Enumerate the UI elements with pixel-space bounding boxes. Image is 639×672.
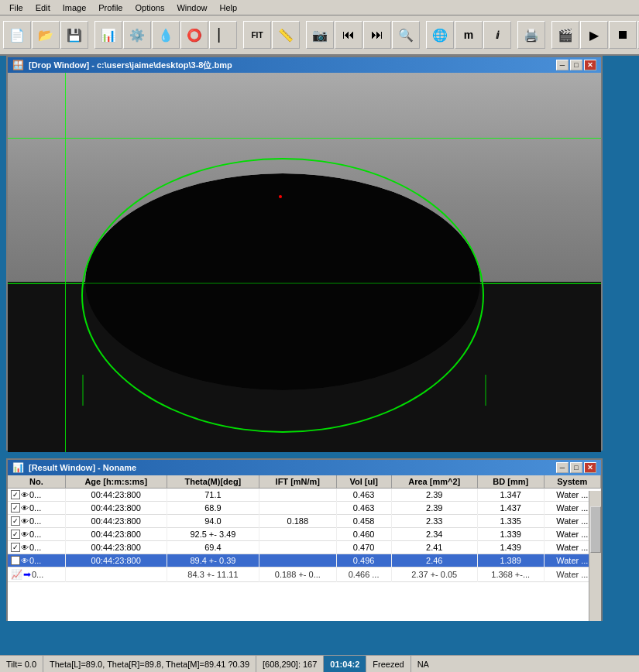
toolbar-open-btn[interactable]: 📂 bbox=[32, 21, 60, 49]
row-checkbox[interactable]: ✓ bbox=[11, 556, 20, 565]
row-eye-icon[interactable]: 👁 bbox=[21, 491, 29, 499]
result-window-title: [Result Window] - Noname bbox=[29, 463, 136, 472]
toolbar-bar-chart-btn[interactable]: 📊 bbox=[94, 21, 122, 49]
status-time: 01:04:2 bbox=[324, 656, 366, 672]
table-row[interactable]: ✓ 👁 0... 00:44:23:80071.10.4632.391.347W… bbox=[8, 489, 601, 502]
row-theta: 68.9 bbox=[167, 502, 259, 515]
drop-window-maximize-btn[interactable]: □ bbox=[570, 60, 582, 70]
row-area: 2.39 bbox=[391, 489, 477, 502]
row-no: 0... bbox=[29, 543, 41, 552]
table-row[interactable]: ✓ 👁 0... 00:44:23:80069.40.4702.411.439W… bbox=[8, 541, 601, 554]
row-ift bbox=[259, 502, 336, 515]
menu-file[interactable]: File bbox=[3, 2, 29, 14]
row-no: 0... bbox=[29, 530, 41, 539]
status-state: Freezed bbox=[366, 656, 411, 672]
row-theta: 71.1 bbox=[167, 489, 259, 502]
toolbar-fit-btn[interactable]: FIT bbox=[243, 21, 271, 49]
toolbar-zoom-btn[interactable]: 🔍 bbox=[392, 21, 420, 49]
table-row[interactable]: ✓ 👁 0... 00:44:23:80094.00.1880.4582.331… bbox=[8, 515, 601, 528]
row-age: 00:44:23:800 bbox=[65, 489, 167, 502]
summary-row: 📈 ➡ 0... 84.3 +- 11.110.188 +- 0...0.466… bbox=[8, 567, 601, 582]
table-row[interactable]: ✓ 👁 0... 00:44:23:80092.5 +- 3.490.4602.… bbox=[8, 528, 601, 541]
scrollbar-thumb[interactable] bbox=[590, 506, 601, 553]
result-window-minimize-btn[interactable]: ─ bbox=[556, 462, 569, 473]
row-controls-cell: ✓ 👁 0... bbox=[8, 515, 65, 528]
chart-icon: 📈 bbox=[11, 569, 22, 580]
toolbar-new-btn[interactable]: 📄 bbox=[3, 21, 31, 49]
toolbar-info-btn[interactable]: ⅈ bbox=[483, 21, 511, 49]
col-bd: BD [mm] bbox=[477, 475, 544, 489]
row-controls-cell: ✓ 👁 0... bbox=[8, 489, 65, 502]
row-vol: 0.458 bbox=[336, 515, 391, 528]
row-area: 2.33 bbox=[391, 515, 477, 528]
row-checkbox[interactable]: ✓ bbox=[11, 490, 20, 499]
row-eye-icon[interactable]: 👁 bbox=[21, 517, 29, 526]
table-row[interactable]: ✓ 👁 0... 00:44:23:80068.90.4632.391.437W… bbox=[8, 502, 601, 515]
toolbar-ruler-btn[interactable]: 📏 bbox=[272, 21, 300, 49]
toolbar-video-btn[interactable]: 🎬 bbox=[551, 21, 579, 49]
result-table-container: No. Age [h:m:s:ms] Theta(M)[deg] IFT [mN… bbox=[8, 475, 601, 621]
summary-bd: 1.368 +-... bbox=[477, 567, 544, 582]
menu-profile[interactable]: Profile bbox=[92, 2, 129, 14]
toolbar-measure-btn[interactable]: m bbox=[455, 21, 483, 49]
row-eye-icon[interactable]: 👁 bbox=[21, 557, 29, 565]
row-age: 00:44:23:800 bbox=[65, 515, 167, 528]
menubar: File Edit Image Profile Options Window H… bbox=[0, 0, 639, 15]
row-checkbox[interactable]: ✓ bbox=[11, 516, 20, 526]
status-theta: Theta[L]=89.0, Theta[R]=89.8, Theta[M]=8… bbox=[43, 656, 256, 672]
result-window: 📊 [Result Window] - Noname ─ □ ✕ No. Age… bbox=[6, 458, 603, 621]
result-window-close-btn[interactable]: ✕ bbox=[584, 462, 596, 473]
row-eye-icon[interactable]: 👁 bbox=[21, 543, 29, 552]
row-eye-icon[interactable]: 👁 bbox=[21, 530, 29, 539]
toolbar-cursor-btn[interactable]: ▏ bbox=[209, 21, 237, 49]
toolbar-save-btn[interactable]: 💾 bbox=[60, 21, 88, 49]
toolbar-settings-btn[interactable]: ⚙️ bbox=[123, 21, 151, 49]
guide-line-left bbox=[65, 73, 66, 452]
table-header-row: No. Age [h:m:s:ms] Theta(M)[deg] IFT [mN… bbox=[8, 475, 601, 489]
col-no: No. bbox=[8, 475, 65, 489]
row-age: 00:44:23:800 bbox=[65, 528, 167, 541]
toolbar-drop-btn[interactable]: 💧 bbox=[152, 21, 180, 49]
row-checkbox[interactable]: ✓ bbox=[11, 530, 20, 539]
toolbar-globe-btn[interactable]: 🌐 bbox=[426, 21, 454, 49]
row-checkbox[interactable]: ✓ bbox=[11, 543, 20, 552]
summary-age bbox=[65, 567, 167, 582]
arrow-icon: ➡ bbox=[23, 569, 31, 580]
drop-image-area bbox=[8, 73, 601, 452]
row-no: 0... bbox=[29, 490, 41, 499]
row-controls-cell: ✓ 👁 0... bbox=[8, 541, 65, 554]
toolbar-next-btn[interactable]: ⏭ bbox=[363, 21, 391, 49]
toolbar-print-btn[interactable]: 🖨️ bbox=[517, 21, 545, 49]
table-row[interactable]: ✓ 👁 0... 00:44:23:80089.4 +- 0.390.4962.… bbox=[8, 554, 601, 567]
guide-line-top bbox=[8, 138, 601, 139]
row-theta: 92.5 +- 3.49 bbox=[167, 528, 259, 541]
row-theta: 94.0 bbox=[167, 515, 259, 528]
result-window-maximize-btn[interactable]: □ bbox=[570, 462, 582, 473]
result-window-icon: 📊 bbox=[12, 462, 24, 473]
menu-window[interactable]: Window bbox=[170, 2, 213, 14]
toolbar-stop-btn[interactable]: ⏹ bbox=[609, 21, 637, 49]
row-vol: 0.463 bbox=[336, 489, 391, 502]
row-eye-icon[interactable]: 👁 bbox=[21, 504, 29, 513]
drop-window-minimize-btn[interactable]: ─ bbox=[556, 60, 569, 70]
menu-options[interactable]: Options bbox=[129, 2, 170, 14]
menu-image[interactable]: Image bbox=[57, 2, 93, 14]
apex-red-dot bbox=[279, 195, 282, 198]
row-controls-cell: ✓ 👁 0... bbox=[8, 554, 65, 567]
table-scrollbar[interactable] bbox=[589, 491, 601, 621]
col-system: System bbox=[544, 475, 600, 489]
toolbar-camera-btn[interactable]: 📷 bbox=[306, 21, 334, 49]
row-checkbox[interactable]: ✓ bbox=[11, 503, 20, 513]
row-bd: 1.339 bbox=[477, 528, 544, 541]
summary-area: 2.37 +- 0.05 bbox=[391, 567, 477, 582]
drop-window-title: [Drop Window] - c:\users\jaime\desktop\3… bbox=[29, 60, 232, 71]
menu-help[interactable]: Help bbox=[214, 2, 244, 14]
menu-edit[interactable]: Edit bbox=[29, 2, 57, 14]
toolbar-circle-btn[interactable]: ⭕ bbox=[180, 21, 208, 49]
toolbar-prev-btn[interactable]: ⏮ bbox=[335, 21, 362, 49]
toolbar-play-btn[interactable]: ▶ bbox=[580, 21, 608, 49]
summary-no: 0... bbox=[32, 570, 43, 579]
result-window-controls: ─ □ ✕ bbox=[556, 462, 596, 473]
drop-window-close-btn[interactable]: ✕ bbox=[584, 60, 596, 70]
col-age: Age [h:m:s:ms] bbox=[65, 475, 167, 489]
